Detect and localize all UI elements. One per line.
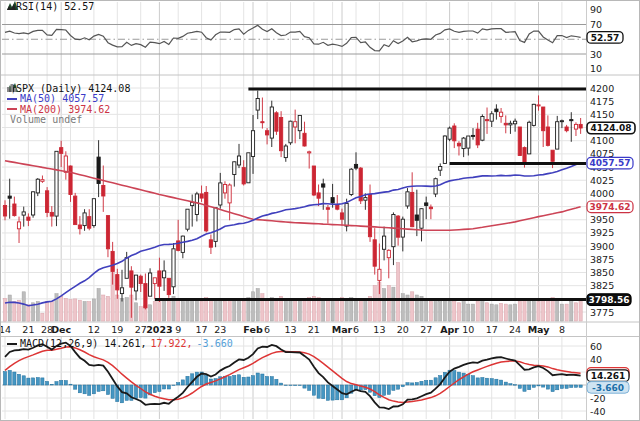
candle: [32, 191, 35, 217]
svg-text:90: 90: [590, 4, 602, 15]
svg-text:17: 17: [486, 324, 498, 335]
svg-text:21: 21: [308, 324, 320, 335]
svg-text:4124.08: 4124.08: [591, 123, 632, 133]
macd-line-swatch: [7, 343, 17, 345]
svg-text:Apr: Apr: [440, 324, 459, 335]
svg-text:Mar: Mar: [332, 324, 353, 335]
candle: [280, 111, 283, 157]
svg-text:2023: 2023: [146, 324, 172, 335]
svg-text:3900: 3900: [590, 241, 614, 252]
candle: [172, 243, 175, 294]
svg-text:4025: 4025: [590, 175, 614, 186]
svg-text:Dec: Dec: [51, 324, 71, 335]
svg-text:10: 10: [590, 63, 602, 74]
ma200-value-badge: 3974.62: [587, 201, 633, 213]
volume-legend-text: Volume undef: [10, 114, 82, 125]
svg-text:-40: -40: [590, 406, 606, 417]
svg-text:-20: -20: [590, 393, 606, 404]
svg-text:24: 24: [509, 324, 521, 335]
svg-text:21: 21: [22, 324, 34, 335]
candle: [532, 104, 535, 127]
svg-text:6: 6: [264, 324, 270, 335]
macd-value-badge: 14.261: [587, 370, 629, 382]
svg-text:-3.660: -3.660: [592, 383, 624, 393]
candle: [55, 151, 58, 226]
svg-text:23: 23: [214, 324, 226, 335]
candle: [167, 278, 170, 298]
svg-text:4150: 4150: [590, 109, 614, 120]
svg-text:9: 9: [175, 324, 181, 335]
svg-text:19: 19: [111, 324, 123, 335]
last-price-badge: 4124.08: [587, 122, 635, 134]
svg-text:17: 17: [196, 324, 208, 335]
svg-text:8: 8: [559, 324, 565, 335]
svg-text:6: 6: [353, 324, 359, 335]
macd-hist-value: -3.660: [197, 338, 233, 349]
candle: [359, 167, 362, 204]
svg-text:3925: 3925: [590, 227, 614, 238]
candle: [448, 127, 451, 142]
svg-text:3850: 3850: [590, 267, 614, 278]
svg-text:13: 13: [373, 324, 385, 335]
ma50-legend-row[interactable]: MA(50) 4057.57: [7, 94, 130, 105]
candle: [46, 187, 49, 217]
candle: [350, 168, 353, 196]
candle: [289, 121, 292, 145]
svg-text:13: 13: [284, 324, 296, 335]
svg-text:14: 14: [0, 324, 11, 335]
rsi-legend[interactable]: RSI(14) 52.57: [7, 1, 94, 12]
symbol-legend-text: $SPX (Daily) 4124.08: [10, 83, 130, 94]
macd-hist-badge: -3.660: [587, 382, 629, 394]
svg-text:27: 27: [135, 324, 147, 335]
candle: [214, 208, 217, 248]
ma200-line-swatch: [7, 108, 17, 110]
candle: [518, 127, 521, 156]
svg-text:70: 70: [590, 19, 602, 30]
candle: [205, 186, 208, 232]
chart-canvas[interactable]: 9070301042004175415041254100407540504025…: [0, 0, 640, 421]
svg-text:Feb: Feb: [243, 324, 263, 335]
ma200-legend-row[interactable]: MA(200) 3974.62: [7, 104, 130, 115]
candle: [481, 114, 484, 141]
candle: [92, 199, 95, 228]
candle: [528, 121, 531, 154]
candle: [275, 111, 278, 135]
ma50-line-swatch: [7, 98, 17, 100]
svg-text:3825: 3825: [590, 280, 614, 291]
candle: [443, 135, 446, 164]
svg-text:14.261: 14.261: [591, 371, 626, 381]
svg-text:30: 30: [590, 49, 602, 60]
svg-text:3775: 3775: [590, 307, 614, 318]
svg-text:3875: 3875: [590, 254, 614, 265]
ma50-value-badge: 4057.57: [587, 157, 633, 169]
svg-text:4200: 4200: [590, 83, 614, 94]
charting-app: 9070301042004175415041254100407540504025…: [0, 0, 640, 421]
candle: [312, 166, 315, 196]
ma200-legend-text: MA(200) 3974.62: [20, 104, 110, 115]
svg-text:10: 10: [462, 324, 474, 335]
ma50-legend-text: MA(50) 4057.57: [20, 93, 104, 104]
svg-text:4000: 4000: [590, 188, 614, 199]
svg-text:May: May: [528, 324, 551, 335]
macd-legend-row[interactable]: MACD(12,26,9) 14.261, 17.922, -3.660: [7, 338, 233, 349]
svg-text:3974.62: 3974.62: [590, 202, 631, 212]
candle: [186, 209, 189, 231]
candle: [247, 153, 250, 183]
candle: [434, 178, 437, 198]
candle: [74, 193, 77, 225]
svg-text:27: 27: [420, 324, 432, 335]
symbol-legend-row[interactable]: $SPX (Daily) 4124.08: [7, 83, 130, 94]
rsi-value-badge: 52.57: [587, 32, 623, 44]
price-panel-legend: $SPX (Daily) 4124.08 MA(50) 4057.57 MA(2…: [7, 83, 130, 125]
svg-text:3950: 3950: [590, 214, 614, 225]
svg-text:4100: 4100: [590, 135, 614, 146]
svg-text:20: 20: [397, 324, 409, 335]
svg-text:52.57: 52.57: [591, 33, 619, 43]
volume-legend-row[interactable]: Volume undef: [7, 115, 130, 126]
svg-text:60: 60: [590, 341, 602, 352]
annotation-price-badge: 3798.56: [587, 294, 631, 306]
macd-legend-text: MACD(12,26,9) 14.261,: [20, 338, 146, 349]
svg-text:12: 12: [88, 324, 100, 335]
svg-text:4175: 4175: [590, 96, 614, 107]
macd-signal-value: 17.922,: [150, 338, 192, 349]
